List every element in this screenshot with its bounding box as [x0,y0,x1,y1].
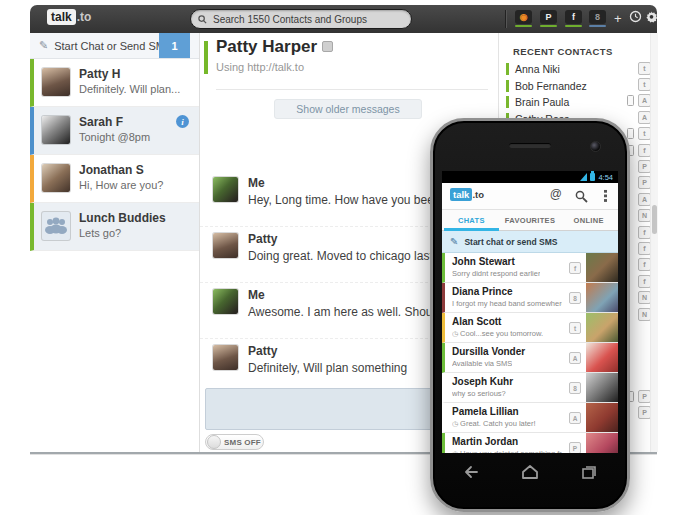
search-input[interactable] [211,13,404,26]
message-preview: ◷Have you deleted something fr.. [452,449,562,453]
sidebar-chat-patty-h[interactable]: Patty H Definitely. Will plan... [30,59,199,107]
sidebar-chat-lunch-buddies[interactable]: Lunch Buddies Lets go? [30,203,199,251]
search-icon [198,15,207,24]
clock-icon: ◷ [452,330,458,338]
topbar-divider [505,10,507,28]
message-preview: I forgot my head band somewhere! [452,299,562,308]
header-divider [216,89,488,90]
add-account-icon[interactable]: + [614,11,622,26]
sidebar-chat-sarah-f[interactable]: Sarah F Tonight @8pm i [30,107,199,155]
mention-at-icon[interactable]: @ [550,187,562,201]
talkto-account-icon[interactable]: ◉ [515,10,532,28]
contact-name: Alan Scott [452,316,501,327]
avatar [586,313,618,342]
recent-contact-anna-niki[interactable]: Anna Niki [506,61,616,77]
mobile-presence-icon [627,128,634,139]
toggle-knob [207,435,221,449]
start-chat-button[interactable]: ✎ Start Chat or Send SMS 1 [30,33,199,59]
network-icon: t [569,322,581,334]
recent-contact-brain-paula[interactable]: Brain Paula [506,94,616,110]
tab-favourites[interactable]: FAVOURITES [501,210,560,230]
phone-chat-diana-prince[interactable]: Diana Prince I forgot my head band somew… [442,283,618,313]
recent-contacts-header: RECENT CONTACTS [513,46,613,57]
phone-chat-alan-scott[interactable]: Alan Scott ◷Cool...see you tomorrow. t [442,313,618,343]
sms-toggle[interactable]: SMS OFF [205,434,264,450]
phone-start-chat-button[interactable]: ✎ Start chat or send SMS [442,231,618,253]
phone-chat-joseph-kuhr[interactable]: Joseph Kuhr why so serious? 8 [442,373,618,403]
presence-bar [506,96,509,108]
avatar [586,253,618,282]
network-icon: 8 [569,292,581,304]
presence-row: t [617,60,651,76]
phone-speaker [509,143,551,148]
network-icon: f [569,262,581,274]
avatar [586,373,618,402]
sms-toggle-label: SMS OFF [224,438,261,447]
message-sender: Patty [248,344,277,358]
contact-name: Dursilla Vonder [452,346,525,357]
contact-name: Brain Paula [515,96,569,108]
phone-chat-martin-jordan[interactable]: Martin Jordan ◷Have you deleted somethin… [442,433,618,453]
screenshot-root: talk.to ◉ P f 8 + [0,0,700,515]
recents-button-icon[interactable] [580,464,598,480]
scrollbar-track [650,33,658,452]
history-clock-icon[interactable] [629,10,642,26]
message-preview: Sorry didnt respond earlier [452,269,540,278]
search-bar[interactable] [190,9,412,29]
gtalk-account-icon[interactable]: 8 [589,10,606,28]
unread-count-badge[interactable]: 1 [159,33,190,58]
compose-icon: ✎ [450,236,458,247]
sidebar-chat-jonathan-s[interactable]: Jonathan S Hi, How are you? [30,155,199,203]
network-icon: 8 [569,382,581,394]
presence-row: A [617,109,651,125]
message-preview: why so serious? [452,389,506,398]
avatar [42,116,70,144]
phone-chat-john-stewart[interactable]: John Stewart Sorry didnt respond earlier… [442,253,618,283]
info-icon[interactable]: i [176,115,189,128]
message-sender: Me [248,176,265,190]
talkto-logo: talk.to [47,10,91,24]
message-text: Definitely, Will plan something [248,361,407,375]
phone-talkto-logo: talk.to [450,189,484,200]
contact-name: Diana Prince [452,286,513,297]
phone-chat-pamela-lillian[interactable]: Pamela Lillian ◷Great. Catch you later! … [442,403,618,433]
avatar [586,343,618,372]
clock-icon: ◷ [452,450,458,454]
show-older-messages-button[interactable]: Show older messages [274,99,422,119]
network-icon: P [569,442,581,453]
phone-screen: 4:54 talk.to @ CHATS FAVOURITES ONLINE ✎ [442,171,618,453]
phone-chat-dursilla-vonder[interactable]: Dursilla Vonder Available via SMS A [442,343,618,373]
contact-name: Sarah F [79,115,123,129]
contact-name: Pamela Lillian [452,406,519,417]
message-preview: Definitely. Will plan... [79,83,180,95]
phone-nav-bar [442,459,618,485]
contact-name: John Stewart [452,256,515,267]
settings-gear-icon[interactable] [645,10,658,26]
compose-icon: ✎ [39,39,48,52]
conversation-status: Using http://talk.to [216,61,304,73]
facebook-account-icon[interactable]: f [565,10,582,28]
avatar [586,403,618,432]
search-icon[interactable] [575,189,588,207]
scrollbar-thumb[interactable] [652,205,657,234]
avatar [586,433,618,453]
chat-list-sidebar: ✎ Start Chat or Send SMS 1 Patty H Defin… [30,33,200,452]
home-button-icon[interactable] [521,464,539,480]
android-phone-mockup: 4:54 talk.to @ CHATS FAVOURITES ONLINE ✎ [430,118,630,512]
presence-accent-bar [204,41,208,74]
overflow-menu-icon[interactable] [604,189,607,202]
contact-name: Bob Fernandez [515,80,587,92]
presence-row: A [617,93,651,109]
tab-chats[interactable]: CHATS [442,210,501,230]
back-button-icon[interactable] [462,464,480,480]
recent-contact-bob-fernandez[interactable]: Bob Fernandez [506,78,616,94]
battery-icon [590,173,595,181]
phone-app-bar: talk.to @ [442,183,618,210]
contact-name: Joseph Kuhr [452,376,513,387]
message-preview: Hi, How are you? [79,179,163,191]
tab-online[interactable]: ONLINE [559,210,618,230]
phono-account-icon[interactable]: P [540,10,557,28]
message-preview: Tonight @8pm [79,131,150,143]
logo-talk-box: talk [47,9,76,25]
top-bar: talk.to ◉ P f 8 + [30,5,657,33]
